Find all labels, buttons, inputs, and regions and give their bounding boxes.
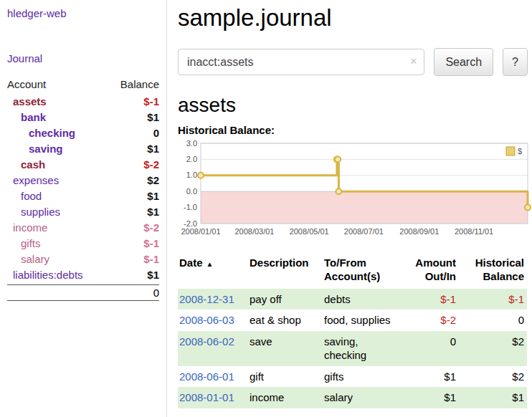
chart-point <box>336 188 341 194</box>
transaction-description: save <box>247 331 321 366</box>
section-title: assets <box>178 94 528 117</box>
transaction-row: 2008-06-03eat & shopfood, supplies$-20 <box>178 310 527 331</box>
account-row: liabilities:debts$1 <box>7 267 159 283</box>
chart-point <box>335 156 341 162</box>
chart-x-tick-label: 2008/07/01 <box>344 227 384 236</box>
account-balance: $-2 <box>143 158 159 171</box>
chart-y-tick-label: -2.0 <box>184 219 197 228</box>
account-link[interactable]: bank <box>7 111 46 123</box>
chart-y-tick-label: 1.0 <box>186 171 197 179</box>
transaction-row: 2008-06-02savesaving, checking0$2 <box>178 331 527 366</box>
account-row: salary$-1 <box>7 251 159 267</box>
accounts-total-row: 0 <box>7 284 159 301</box>
transaction-balance: $1 <box>459 387 527 408</box>
chart-legend-swatch <box>506 147 515 155</box>
account-link[interactable]: food <box>7 190 42 202</box>
transaction-balance: $-1 <box>459 289 527 310</box>
transaction-date-link[interactable]: 2008-06-01 <box>179 370 234 383</box>
historical-balance-chart: 3.02.01.00.0-1.0-2.02008/01/012008/03/01… <box>178 139 532 248</box>
account-link[interactable]: saving <box>7 143 63 155</box>
chart-title: Historical Balance: <box>178 124 528 136</box>
account-link[interactable]: supplies <box>7 206 60 218</box>
accounts-table-header: Account Balance <box>7 76 159 94</box>
account-balance: $1 <box>147 190 159 202</box>
app-title-link[interactable]: hledger-web <box>7 7 166 19</box>
chart-x-tick-label: 2008/01/01 <box>181 227 220 236</box>
account-row: assets$-1 <box>7 94 159 110</box>
help-button[interactable]: ? <box>503 48 528 76</box>
account-link[interactable]: gifts <box>7 237 41 249</box>
accounts-list: assets$-1bank$1checking0saving$1cash$-2e… <box>7 94 159 283</box>
search-input[interactable] <box>178 49 424 75</box>
account-balance: $-2 <box>143 221 159 234</box>
account-column-header: Account <box>7 78 46 90</box>
column-header-date[interactable]: Date▲ <box>178 255 247 289</box>
transaction-date-link[interactable]: 2008-06-03 <box>179 314 234 326</box>
account-balance: $-1 <box>143 95 159 107</box>
account-link[interactable]: cash <box>7 158 45 171</box>
transaction-accounts: salary <box>321 387 400 408</box>
account-row: gifts$-1 <box>7 236 159 251</box>
chart-y-tick-label: 0.0 <box>186 187 197 196</box>
main-content: sample.journal ✕ Search ? assets Histori… <box>167 0 532 417</box>
transaction-balance: $2 <box>459 366 527 388</box>
account-row: income$-2 <box>7 220 159 236</box>
account-row: supplies$1 <box>7 204 159 220</box>
transaction-date-link[interactable]: 2008-06-02 <box>179 335 234 348</box>
search-button[interactable]: Search <box>434 48 493 76</box>
column-header-amount-out-in: Amount Out/In <box>400 255 459 289</box>
chart-x-tick-label: 2008/03/01 <box>234 227 274 236</box>
transaction-amount: 0 <box>400 331 459 366</box>
chart-y-tick-label: -1.0 <box>184 203 197 211</box>
chart-svg: 3.02.01.00.0-1.0-2.02008/01/012008/03/01… <box>178 139 532 248</box>
transaction-date-link[interactable]: 2008-01-01 <box>179 391 234 403</box>
account-balance: $1 <box>147 206 159 218</box>
transaction-amount: $-1 <box>400 289 459 310</box>
account-link[interactable]: assets <box>7 95 47 107</box>
transaction-date-cell: 2008-06-03 <box>178 310 247 331</box>
transaction-amount: $1 <box>400 387 459 408</box>
transaction-date-cell: 2008-06-01 <box>178 366 247 388</box>
transaction-balance: 0 <box>459 310 527 331</box>
transaction-description: income <box>247 387 321 408</box>
chart-point <box>525 205 531 211</box>
account-row: checking0 <box>7 125 159 141</box>
transactions-table-body: 2008-12-31pay offdebts$-1$-12008-06-03ea… <box>178 289 527 408</box>
chart-x-tick-label: 2008/05/01 <box>290 227 329 236</box>
account-link[interactable]: liabilities:debts <box>7 269 83 281</box>
transaction-accounts: debts <box>321 289 400 310</box>
account-balance: $1 <box>147 143 159 155</box>
transaction-accounts: food, supplies <box>321 310 400 331</box>
transaction-row: 2008-12-31pay offdebts$-1$-1 <box>178 289 527 310</box>
transaction-accounts: gifts <box>321 366 400 388</box>
account-link[interactable]: checking <box>7 127 75 139</box>
transaction-row: 2008-01-01incomesalary$1$1 <box>178 387 527 408</box>
account-link[interactable]: salary <box>7 253 49 265</box>
transactions-table: Date▲DescriptionTo/From Account(s)Amount… <box>178 255 527 408</box>
transaction-amount: $-2 <box>400 310 459 331</box>
account-balance: $2 <box>147 174 159 186</box>
account-balance: $-1 <box>143 237 159 249</box>
chart-y-tick-label: 2.0 <box>186 155 197 163</box>
column-header-to-from-account-s: To/From Account(s) <box>321 255 400 289</box>
transaction-description: eat & shop <box>247 310 321 331</box>
chart-y-tick-label: 3.0 <box>186 139 197 148</box>
sidebar-item-journal[interactable]: Journal <box>7 52 166 64</box>
transaction-amount: $1 <box>400 366 459 388</box>
column-header-historical-balance: Historical Balance <box>459 255 527 289</box>
account-balance: $1 <box>147 269 159 281</box>
transaction-date-cell: 2008-01-01 <box>178 387 247 408</box>
column-header-description: Description <box>247 255 321 289</box>
account-link[interactable]: expenses <box>7 174 59 186</box>
transactions-table-head: Date▲DescriptionTo/From Account(s)Amount… <box>178 255 527 289</box>
transaction-date-cell: 2008-12-31 <box>178 289 247 310</box>
transaction-description: gift <box>247 366 321 388</box>
clear-search-icon[interactable]: ✕ <box>409 56 417 67</box>
account-row: saving$1 <box>7 141 159 157</box>
search-form: ✕ Search ? <box>178 48 528 76</box>
account-link[interactable]: income <box>7 221 47 234</box>
account-balance: 0 <box>153 127 159 139</box>
page-title: sample.journal <box>178 4 528 32</box>
account-balance: $-1 <box>143 253 159 265</box>
transaction-date-link[interactable]: 2008-12-31 <box>179 293 234 305</box>
